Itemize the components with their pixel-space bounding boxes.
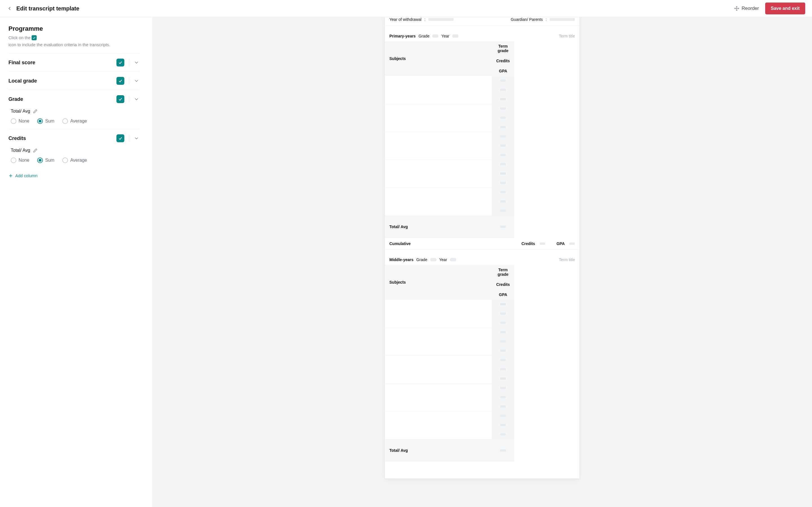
criteria-row: Final score: [8, 53, 139, 71]
total-label: Total/ Avg: [385, 216, 492, 238]
radio-group: NoneSumAverage: [11, 158, 139, 163]
radio-icon: [11, 158, 16, 163]
reorder-button[interactable]: Reorder: [731, 4, 762, 13]
cumulative-gpa-label: GPA: [557, 241, 565, 246]
criteria-subblock: Total/ AvgNoneSumAverage: [8, 109, 139, 124]
radio-option[interactable]: Average: [62, 158, 87, 163]
placeholder-bar: [500, 414, 506, 417]
col-subjects: Subjects: [385, 265, 492, 300]
save-and-exit-button[interactable]: Save and exit: [765, 3, 805, 14]
placeholder-bar: [500, 303, 506, 305]
placeholder-bar: [500, 396, 506, 398]
chevron-down-icon[interactable]: [134, 60, 139, 65]
placeholder-bar: [500, 191, 506, 193]
preview-section: Primary-yearsGradeYearTerm titleSubjects…: [385, 34, 579, 249]
placeholder-bar: [500, 368, 506, 371]
placeholder-bar: [500, 182, 506, 184]
criteria-row: GradeTotal/ AvgNoneSumAverage: [8, 90, 139, 129]
placeholder-bar: [500, 405, 506, 407]
placeholder-bar: [432, 34, 439, 38]
term-title-placeholder: Term title: [559, 34, 575, 38]
placeholder-bar: [500, 172, 506, 175]
placeholder-bar: [500, 117, 506, 119]
placeholder-bar: [500, 331, 506, 333]
radio-label: Sum: [45, 158, 54, 163]
radio-option[interactable]: Sum: [37, 158, 54, 163]
radio-option[interactable]: None: [11, 118, 29, 124]
col-term-grade: Term grade: [492, 265, 514, 279]
grades-table: SubjectsTerm gradeCreditsGPATotal/ Avg: [385, 265, 579, 462]
chevron-down-icon[interactable]: [134, 96, 139, 102]
placeholder-bar: [550, 18, 575, 21]
placeholder-bar: [500, 200, 506, 203]
placeholder-bar: [540, 242, 545, 245]
preview-card: Year of withdrawal : Guardian/ Parents :…: [385, 17, 579, 478]
reorder-label: Reorder: [742, 6, 759, 11]
radio-icon: [62, 158, 68, 163]
placeholder-bar: [452, 34, 458, 38]
edit-icon[interactable]: [33, 109, 38, 114]
checkbox-icon: [32, 35, 37, 40]
placeholder-bar: [500, 433, 506, 436]
col-gpa: GPA: [492, 290, 514, 300]
radio-option[interactable]: Average: [62, 118, 87, 124]
add-column-button[interactable]: Add column: [8, 173, 38, 178]
programme-name: Middle-years: [389, 258, 414, 262]
placeholder-bar: [500, 359, 506, 361]
table-row: [385, 160, 579, 187]
topbar: Edit transcript template Reorder Save an…: [0, 0, 812, 17]
placeholder-bar: [500, 79, 506, 82]
grades-table: SubjectsTerm gradeCreditsGPATotal/ Avg: [385, 41, 579, 238]
radio-label: Average: [70, 158, 87, 163]
col-credits: Credits: [492, 279, 514, 290]
radio-label: None: [18, 158, 29, 163]
include-toggle[interactable]: [116, 95, 124, 103]
divider: [129, 96, 129, 103]
col-term-grade: Term grade: [492, 41, 514, 56]
table-row: [385, 76, 579, 104]
placeholder-bar: [500, 313, 506, 315]
subblock-title-text: Total/ Avg: [11, 109, 30, 114]
preview-section-head: Primary-yearsGradeYearTerm title: [385, 34, 579, 41]
placeholder-bar: [500, 145, 506, 147]
radio-option[interactable]: None: [11, 158, 29, 163]
criteria-subblock: Total/ AvgNoneSumAverage: [8, 148, 139, 163]
placeholder-bar: [500, 226, 506, 228]
placeholder-bar: [500, 98, 506, 100]
divider: [129, 59, 129, 66]
include-toggle[interactable]: [116, 59, 124, 66]
table-row: [385, 328, 579, 355]
table-row: [385, 104, 579, 132]
programme-name: Primary-years: [389, 34, 416, 38]
placeholder-bar: [500, 107, 506, 110]
criteria-head: Final score: [8, 59, 139, 66]
subblock-title: Total/ Avg: [11, 109, 139, 114]
criteria-head: Grade: [8, 95, 139, 103]
add-column-label: Add column: [15, 173, 38, 178]
radio-icon: [11, 118, 16, 124]
include-toggle[interactable]: [116, 134, 124, 142]
chevron-down-icon[interactable]: [134, 135, 139, 141]
plus-icon: [8, 173, 13, 178]
desc-text-after: icon to include the evaluation criteria …: [8, 42, 110, 48]
table-row: [385, 383, 579, 411]
edit-icon[interactable]: [33, 148, 38, 153]
radio-icon: [37, 118, 43, 124]
programme-section-title: Programme: [8, 25, 139, 33]
guardian-label: Guardian/ Parents: [511, 17, 543, 22]
placeholder-bar: [500, 154, 506, 156]
radio-label: Average: [70, 119, 87, 124]
chevron-down-icon[interactable]: [134, 78, 139, 83]
criteria-head: Local grade: [8, 77, 139, 85]
page-title: Edit transcript template: [16, 5, 79, 12]
radio-option[interactable]: Sum: [37, 118, 54, 124]
divider: [129, 77, 129, 84]
preview-header-row: Year of withdrawal : Guardian/ Parents :: [385, 17, 579, 26]
include-toggle[interactable]: [116, 77, 124, 85]
withdrawal-label: Year of withdrawal: [389, 17, 421, 22]
cumulative-label: Cumulative: [389, 241, 410, 246]
criteria-label: Grade: [8, 96, 112, 102]
radio-group: NoneSumAverage: [11, 118, 139, 124]
back-icon[interactable]: [7, 6, 12, 11]
total-label: Total/ Avg: [385, 439, 492, 462]
